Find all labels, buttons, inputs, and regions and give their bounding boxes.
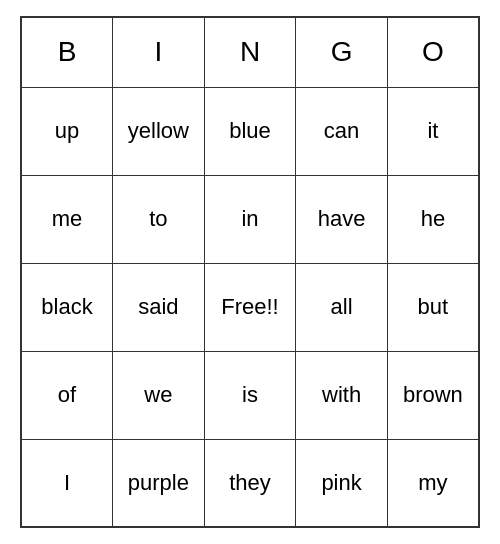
cell-3-0: of [21,351,113,439]
header-col-o: O [387,17,479,87]
row-2: blacksaidFree!!allbut [21,263,479,351]
cell-3-3: with [296,351,388,439]
header-col-g: G [296,17,388,87]
row-0: upyellowbluecanit [21,87,479,175]
cell-4-1: purple [113,439,205,527]
cell-1-2: in [204,175,296,263]
cell-0-0: up [21,87,113,175]
cell-3-1: we [113,351,205,439]
cell-2-4: but [387,263,479,351]
cell-4-4: my [387,439,479,527]
cell-1-3: have [296,175,388,263]
header-col-b: B [21,17,113,87]
row-3: ofweiswithbrown [21,351,479,439]
cell-0-3: can [296,87,388,175]
cell-0-1: yellow [113,87,205,175]
cell-4-0: I [21,439,113,527]
cell-3-4: brown [387,351,479,439]
cell-2-2: Free!! [204,263,296,351]
cell-2-0: black [21,263,113,351]
cell-1-4: he [387,175,479,263]
row-1: metoinhavehe [21,175,479,263]
cell-4-2: they [204,439,296,527]
cell-1-1: to [113,175,205,263]
cell-1-0: me [21,175,113,263]
cell-2-3: all [296,263,388,351]
cell-3-2: is [204,351,296,439]
header-col-i: I [113,17,205,87]
header-col-n: N [204,17,296,87]
cell-2-1: said [113,263,205,351]
cell-0-2: blue [204,87,296,175]
row-4: Ipurpletheypinkmy [21,439,479,527]
bingo-card: BINGO upyellowbluecanitmetoinhaveheblack… [20,16,480,528]
cell-4-3: pink [296,439,388,527]
cell-0-4: it [387,87,479,175]
bingo-body: upyellowbluecanitmetoinhaveheblacksaidFr… [21,87,479,527]
header-row: BINGO [21,17,479,87]
